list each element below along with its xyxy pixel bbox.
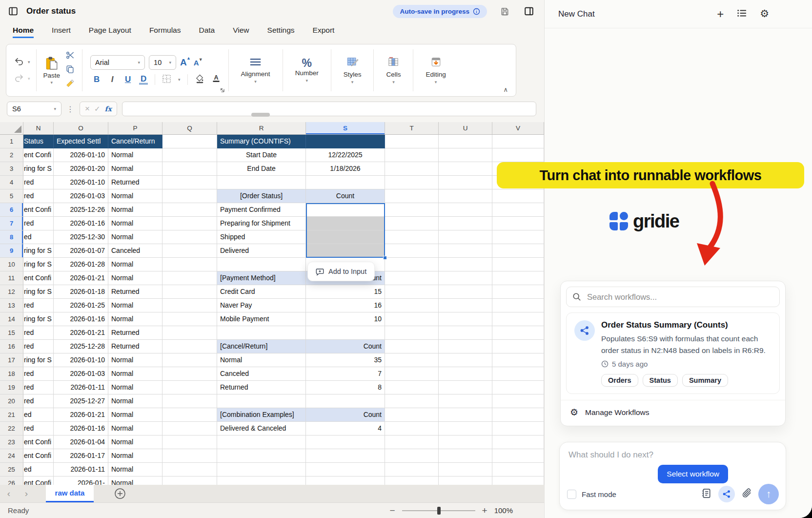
fast-mode-checkbox[interactable] — [567, 490, 576, 499]
cell-O9[interactable]: 2026-01-07 — [54, 244, 108, 258]
cell-U26[interactable] — [439, 477, 492, 485]
cell-V20[interactable] — [492, 394, 544, 408]
fill-color-icon[interactable] — [195, 74, 205, 85]
cell-N8[interactable]: ed — [23, 230, 54, 244]
font-size-select[interactable]: 10▾ — [149, 55, 176, 70]
cell-S14[interactable]: 10 — [306, 312, 385, 326]
cell-Q21[interactable] — [162, 408, 217, 422]
bold-button[interactable]: B — [92, 75, 101, 84]
cell-U10[interactable] — [439, 258, 492, 271]
cell-Q20[interactable] — [162, 394, 217, 408]
cell-O19[interactable]: 2026-01-11 — [54, 381, 108, 394]
row-header-11[interactable]: 11 — [0, 271, 23, 285]
cell-V16[interactable] — [492, 340, 544, 353]
cell-T22[interactable] — [385, 422, 439, 435]
menu-tab-settings[interactable]: Settings — [267, 26, 295, 38]
cell-T2[interactable] — [385, 148, 439, 162]
cell-R21[interactable]: [Combination Examples] — [217, 408, 306, 422]
cells-group[interactable]: Cells ▾ — [377, 48, 410, 92]
cell-V5[interactable] — [492, 189, 544, 203]
cell-N16[interactable]: red — [23, 340, 54, 353]
cell-N10[interactable]: ring for S — [23, 258, 54, 271]
cell-P26[interactable]: Normal — [108, 477, 162, 485]
cell-Q23[interactable] — [162, 435, 217, 449]
cell-T18[interactable] — [385, 367, 439, 381]
cell-V17[interactable] — [492, 353, 544, 367]
prev-sheet-icon[interactable]: ‹ — [0, 488, 18, 499]
row-header-2[interactable]: 2 — [0, 148, 23, 162]
editing-group[interactable]: Editing ▾ — [416, 48, 455, 92]
cell-T14[interactable] — [385, 312, 439, 326]
cell-S5[interactable]: Count — [306, 189, 385, 203]
column-header-P[interactable]: P — [108, 122, 162, 135]
cell-T17[interactable] — [385, 353, 439, 367]
row-header-19[interactable]: 19 — [0, 381, 23, 394]
cell-P13[interactable]: Normal — [108, 299, 162, 312]
cell-U23[interactable] — [439, 435, 492, 449]
select-all-corner[interactable] — [0, 122, 23, 135]
cell-N25[interactable]: ed — [23, 463, 54, 477]
row-header-24[interactable]: 24 — [0, 449, 23, 463]
formula-menu-icon[interactable]: ⋮ — [66, 104, 75, 114]
cell-U25[interactable] — [439, 463, 492, 477]
cell-N21[interactable]: ed — [23, 408, 54, 422]
cell-P19[interactable]: Normal — [108, 381, 162, 394]
column-header-V[interactable]: V — [492, 122, 544, 135]
underline-button[interactable]: U — [123, 75, 132, 84]
cell-V12[interactable] — [492, 285, 544, 299]
cell-T20[interactable] — [385, 394, 439, 408]
cell-S20[interactable] — [306, 394, 385, 408]
row-header-20[interactable]: 20 — [0, 394, 23, 408]
decrease-font-icon[interactable]: A▼ — [194, 59, 199, 67]
italic-button[interactable]: I — [108, 75, 117, 84]
cell-Q9[interactable] — [162, 244, 217, 258]
cell-R4[interactable] — [217, 176, 306, 189]
cell-N24[interactable]: ent Confi — [23, 449, 54, 463]
cell-Q24[interactable] — [162, 449, 217, 463]
cell-O16[interactable]: 2025-12-28 — [54, 340, 108, 353]
cell-S13[interactable]: 16 — [306, 299, 385, 312]
row-header-17[interactable]: 17 — [0, 353, 23, 367]
font-name-select[interactable]: Arial▾ — [90, 55, 145, 70]
zoom-in-icon[interactable]: + — [482, 505, 487, 516]
row-header-9[interactable]: 9 — [0, 244, 23, 258]
cell-O25[interactable]: 2026-01-11 — [54, 463, 108, 477]
cell-P12[interactable]: Returned — [108, 285, 162, 299]
alignment-group[interactable]: Alignment ▾ — [232, 48, 280, 92]
cell-R16[interactable]: [Cancel/Return] — [217, 340, 306, 353]
cell-R15[interactable] — [217, 326, 306, 340]
cell-T1[interactable] — [385, 135, 439, 148]
menu-tab-home[interactable]: Home — [13, 26, 34, 38]
cell-S1[interactable] — [306, 135, 385, 148]
cell-Q8[interactable] — [162, 230, 217, 244]
cell-T19[interactable] — [385, 381, 439, 394]
cell-S8[interactable] — [306, 230, 385, 244]
cell-O7[interactable]: 2026-01-16 — [54, 217, 108, 230]
cell-R14[interactable]: Mobile Payment — [217, 312, 306, 326]
cell-R3[interactable]: End Date — [217, 162, 306, 176]
cell-N1[interactable]: Status — [23, 135, 54, 148]
cell-T11[interactable] — [385, 271, 439, 285]
row-header-10[interactable]: 10 — [0, 258, 23, 271]
cell-R6[interactable]: Payment Confirmed — [217, 203, 306, 217]
cell-V14[interactable] — [492, 312, 544, 326]
column-header-O[interactable]: O — [54, 122, 108, 135]
row-header-6[interactable]: 6 — [0, 203, 23, 217]
cell-S2[interactable]: 12/22/2025 — [306, 148, 385, 162]
row-header-8[interactable]: 8 — [0, 230, 23, 244]
cell-O10[interactable]: 2026-01-28 — [54, 258, 108, 271]
chat-input[interactable] — [568, 449, 714, 466]
cell-R20[interactable] — [217, 394, 306, 408]
manage-workflows-button[interactable]: ⚙ Manage Workflows — [566, 400, 780, 424]
cell-T26[interactable] — [385, 477, 439, 485]
cell-S21[interactable]: Count — [306, 408, 385, 422]
cell-R13[interactable]: Naver Pay — [217, 299, 306, 312]
cell-O11[interactable]: 2026-01-21 — [54, 271, 108, 285]
number-group[interactable]: % Number ▾ — [286, 48, 328, 92]
cell-P2[interactable]: Normal — [108, 148, 162, 162]
cell-V10[interactable] — [492, 258, 544, 271]
cell-U12[interactable] — [439, 285, 492, 299]
cell-N18[interactable]: red — [23, 367, 54, 381]
cell-S22[interactable]: 4 — [306, 422, 385, 435]
row-header-4[interactable]: 4 — [0, 176, 23, 189]
